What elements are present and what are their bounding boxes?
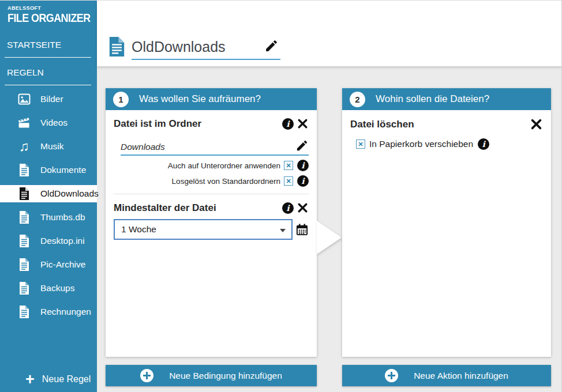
condition-folder-title: Datei ist im Ordner: [114, 118, 282, 130]
edit-folder-button[interactable]: [295, 139, 309, 152]
option-detached: Losgelöst von Standardordnern ✕ i: [114, 175, 309, 187]
document-icon: [16, 233, 32, 248]
action-delete-title: Datei löschen: [350, 119, 527, 130]
detached-checkbox[interactable]: ✕: [284, 176, 293, 186]
sidebar-item-backups[interactable]: Backups: [0, 276, 97, 300]
step-number-badge: 2: [350, 92, 365, 107]
remove-condition-icon[interactable]: [297, 202, 309, 214]
divider: [5, 57, 91, 58]
flow-arrow: [317, 221, 342, 254]
image-icon: [16, 91, 32, 107]
plus-circle-icon: [385, 369, 398, 382]
divider: [114, 194, 309, 194]
subfolders-checkbox[interactable]: ✕: [284, 161, 293, 170]
sidebar-item-musik[interactable]: ♫ Musik: [0, 134, 97, 158]
sidebar-item-olddownloads[interactable]: OldDownloads: [0, 185, 97, 202]
app-logo: ABELSSOFT FILE ORGANIZER: [8, 6, 91, 22]
option-subfolders: Auch auf Unterordner anwenden ✕ i: [114, 160, 309, 171]
actions-panel-header: 2 Wohin sollen die Dateien?: [342, 88, 551, 110]
pencil-icon: [295, 139, 309, 152]
sidebar-item-thumbsdb[interactable]: Thumbs.db: [0, 205, 97, 229]
sidebar-item-picarchive[interactable]: Pic-Archive: [0, 252, 97, 276]
folder-value-underline: [121, 154, 309, 156]
rule-header: OldDownloads ⚙ ✕: [97, 1, 562, 66]
folder-value-row: Downloads: [121, 139, 309, 152]
plus-icon: +: [25, 374, 35, 385]
music-note-icon: ♫: [16, 138, 32, 154]
info-icon[interactable]: i: [478, 138, 489, 150]
document-icon: [16, 186, 32, 201]
new-rule-label: Neue Regel: [42, 374, 91, 385]
clapperboard-icon: [16, 115, 32, 130]
sidebar-item-bilder[interactable]: Bilder: [0, 87, 97, 111]
calendar-picker-button[interactable]: [295, 223, 309, 236]
conditions-panel-header: 1 Was wollen Sie aufräumen?: [106, 88, 317, 110]
option-recycle-bin: ✕ In Papierkorb verschieben i: [356, 138, 543, 150]
condition-age: Mindestalter der Datei i: [114, 202, 309, 214]
condition-age-title: Mindestalter der Datei: [114, 202, 282, 214]
option-label: Auch auf Unterordner anwenden: [168, 161, 280, 170]
edit-rule-name-button[interactable]: [264, 39, 279, 55]
conditions-panel-title: Was wollen Sie aufräumen?: [139, 93, 261, 105]
plus-circle-icon: [140, 369, 153, 382]
info-icon[interactable]: i: [282, 202, 294, 214]
option-label: Losgelöst von Standardordnern: [172, 177, 280, 186]
document-icon: [16, 257, 32, 272]
document-icon: [16, 304, 32, 319]
action-delete: Datei löschen: [350, 118, 543, 131]
sidebar-item-desktopini[interactable]: Desktop.ini: [0, 229, 97, 252]
document-icon: [16, 280, 32, 296]
document-icon: [16, 162, 32, 178]
sidebar-item-label: Pic-Archive: [40, 259, 85, 270]
rules-list: Bilder Videos ♫ Musik: [0, 87, 97, 323]
sidebar-item-label: Desktop.ini: [40, 236, 85, 246]
age-dropdown-value: 1 Woche: [121, 224, 156, 234]
folder-value: Downloads: [121, 142, 295, 152]
sidebar-item-label: Bilder: [40, 94, 63, 104]
brand-abelssoft: ABELSSOFT: [8, 6, 91, 11]
recycle-bin-checkbox[interactable]: ✕: [356, 140, 365, 149]
add-condition-button[interactable]: Neue Bedingung hinzufügen: [106, 365, 317, 386]
rule-name: OldDownloads: [132, 39, 226, 55]
rule-name-underline: [132, 59, 280, 60]
option-label: In Papierkorb verschieben: [369, 139, 473, 149]
info-icon[interactable]: i: [282, 118, 294, 130]
chevron-down-icon: [280, 229, 286, 232]
sidebar-item-regeln[interactable]: REGELN: [7, 67, 44, 78]
calendar-icon: [295, 223, 309, 236]
sidebar-item-dokumente[interactable]: Dokumente: [0, 158, 97, 182]
remove-condition-icon[interactable]: [297, 118, 309, 130]
info-icon[interactable]: i: [297, 175, 309, 187]
conditions-panel: 1 Was wollen Sie aufräumen? Datei ist im…: [106, 88, 317, 357]
info-icon[interactable]: i: [297, 160, 309, 171]
actions-panel-title: Wohin sollen die Dateien?: [376, 93, 489, 105]
new-rule-button[interactable]: + Neue Regel: [25, 374, 91, 385]
step-number-badge: 1: [113, 92, 129, 107]
actions-panel: 2 Wohin sollen die Dateien? Datei lösche…: [342, 88, 551, 357]
add-condition-label: Neue Bedingung hinzufügen: [169, 371, 282, 381]
sidebar-item-rechnungen[interactable]: Rechnungen: [0, 300, 97, 323]
rule-document-icon: [108, 36, 126, 60]
sidebar-item-videos[interactable]: Videos: [0, 111, 97, 134]
sidebar-item-label: Thumbs.db: [40, 212, 85, 223]
app-window: ABELSSOFT FILE ORGANIZER STARTSEITE REGE…: [0, 0, 562, 392]
sidebar-item-label: Musik: [40, 141, 63, 152]
document-icon: [16, 209, 32, 225]
sidebar-item-startseite[interactable]: STARTSEITE: [7, 40, 61, 50]
pencil-icon: [264, 39, 279, 53]
divider: [5, 85, 91, 85]
add-action-label: Neue Aktion hinzufügen: [414, 371, 508, 381]
sidebar-item-label: Videos: [40, 118, 68, 128]
age-dropdown[interactable]: 1 Woche: [114, 219, 293, 240]
sidebar: ABELSSOFT FILE ORGANIZER STARTSEITE REGE…: [0, 1, 97, 392]
sidebar-item-label: OldDownloads: [40, 189, 99, 199]
remove-action-icon[interactable]: [530, 118, 543, 131]
sidebar-item-label: Backups: [40, 283, 74, 293]
age-row: 1 Woche: [114, 219, 309, 240]
sidebar-item-label: Rechnungen: [40, 307, 91, 317]
add-action-button[interactable]: Neue Aktion hinzufügen: [342, 365, 551, 386]
brand-file-organizer: FILE ORGANIZER: [8, 12, 91, 24]
condition-folder: Datei ist im Ordner i: [114, 118, 309, 130]
sidebar-item-label: Dokumente: [40, 165, 86, 175]
